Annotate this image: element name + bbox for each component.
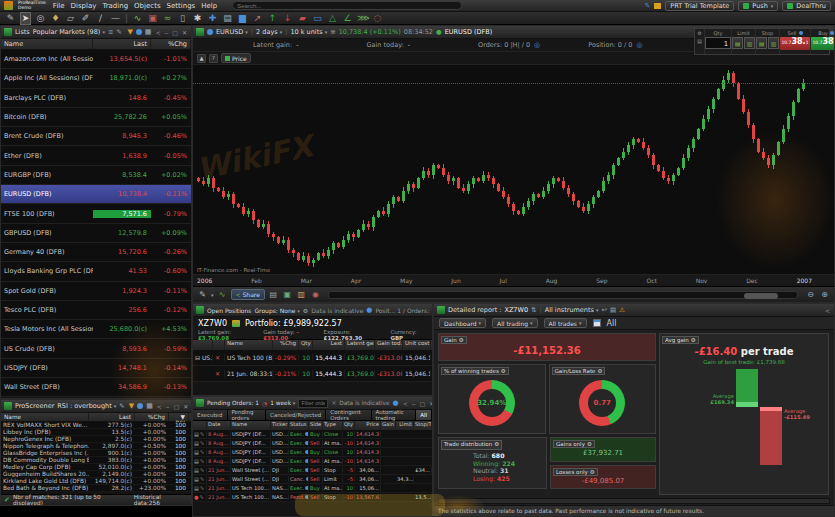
share-icon[interactable]: <	[156, 403, 163, 410]
watchlist-row[interactable]: EURGBP (DFB)8,538.4+0.02%	[1, 166, 191, 185]
close-position-icon[interactable]: ✕	[213, 354, 225, 361]
column-header-last[interactable]: Last	[89, 413, 135, 421]
units-selector[interactable]: 10 k units ▾	[290, 28, 327, 36]
tab-canceled-rejected[interactable]: Canceled/Rejected	[266, 410, 326, 420]
template-button[interactable]: PRT Trial Template	[665, 1, 734, 11]
column-header-chg[interactable]: %Chg	[135, 413, 169, 421]
trend-tool-icon[interactable]: ∿	[217, 289, 228, 300]
maximize-button[interactable]: ▢	[171, 29, 179, 36]
price-layer-chip[interactable]: Price	[221, 53, 251, 63]
tab-executed[interactable]: Executed	[193, 410, 228, 420]
draw-pencil-icon[interactable]: ✎	[5, 13, 16, 24]
share-button[interactable]: <Share	[231, 289, 265, 300]
limit-buy-button[interactable]: ▥	[744, 37, 755, 49]
pencil-icon[interactable]: ✎	[116, 28, 121, 36]
limit-sell-button[interactable]: ▤	[732, 37, 743, 49]
column-header[interactable]: Status	[289, 421, 309, 430]
share-icon[interactable]: <	[154, 29, 161, 36]
eraser-icon[interactable]: ▱	[65, 13, 76, 24]
stop-sell-button[interactable]: ▤	[756, 37, 767, 49]
column-header[interactable]: Name	[231, 421, 271, 430]
screener-row[interactable]: GlassBridge Enterprises Inc (...900.1(c)…	[1, 450, 191, 457]
watchlist-row[interactable]: Spot Gold (DFB)1,924.3-0.11%	[1, 282, 191, 301]
undo-icon[interactable]: ↩	[601, 306, 606, 314]
screener-row[interactable]: REX VolMAXX Short VIX We...277.5(c)+0.00…	[1, 422, 191, 429]
menu-file[interactable]: File	[51, 2, 67, 10]
watchlist-row[interactable]: Tesco PLC (DFB)256.6-0.12%	[1, 301, 191, 320]
tab-automatic-trading[interactable]: Automatic trading	[372, 410, 417, 420]
draw-tool-icon[interactable]: ✎	[197, 289, 208, 300]
cursor-icon[interactable]: ➤	[20, 12, 31, 25]
minimize-button[interactable]: ‒	[163, 29, 169, 36]
share-icon[interactable]: <	[402, 400, 409, 407]
pin-icon[interactable]: ✎	[644, 2, 650, 10]
column-header[interactable]: Qty	[299, 340, 313, 350]
watchlist-row[interactable]: USDJPY (DFB)14,748.1-0.14%	[1, 359, 191, 378]
print-chart-icon[interactable]: ▥	[296, 289, 307, 300]
indicator-icon[interactable]: ∿	[132, 13, 143, 24]
user-icon[interactable]	[136, 29, 142, 35]
column-header-rsi[interactable]: ▼ RSI	[169, 413, 189, 421]
clear-filter-icon[interactable]: ✕	[331, 400, 336, 406]
document-icon[interactable]: ▤	[610, 306, 616, 314]
order-row[interactable]: ▤✎21 Jun...US Tech 100...NAS...Exec.BuyA…	[193, 484, 432, 493]
orders-filter-input[interactable]	[298, 399, 328, 408]
column-header[interactable]: Ticker	[271, 421, 289, 430]
date-range-label[interactable]: All	[607, 319, 617, 328]
channel-icon[interactable]: ▰	[297, 13, 308, 24]
order-row[interactable]: ▤✎8 Aug...USDJPY (DF...USD...Exec.SellAt…	[193, 439, 432, 448]
position-row[interactable]: ⊟ US...✕US Tech 100 (B...-0.29%1015,444.…	[193, 350, 432, 366]
column-header-last[interactable]: Last	[93, 39, 151, 49]
filter-icon[interactable]: ▼	[126, 28, 133, 36]
move-icon[interactable]: ✚	[207, 13, 218, 24]
buy-button[interactable]: 10.738.7	[811, 37, 835, 50]
ticket-gear-icon[interactable]: ⚙	[697, 29, 701, 37]
screener-row[interactable]: Medley Cap Corp (DFB)52,010.0(c)+0.00%10…	[1, 464, 191, 471]
add-indicator-button[interactable]: ▲	[197, 54, 206, 63]
wrench-icon[interactable]: ⚙	[587, 441, 592, 447]
quantity-input[interactable]	[705, 37, 731, 49]
watchlist-row[interactable]: Barclays PLC (DFB)148.6-0.45%	[1, 89, 191, 108]
close-position-icon[interactable]: ✕	[213, 370, 225, 377]
maximize-button[interactable]: ▢	[419, 400, 427, 407]
tab-all[interactable]: All	[416, 410, 432, 420]
screener-row[interactable]: Guggenheim BuildShares 20...2,149.0(c)+0…	[1, 471, 191, 478]
position-zoom-icon[interactable]: ◎	[636, 41, 642, 49]
order-row[interactable]: ▤✎8 Aug...USDJPY (DF...USD...Exec.BuyClo…	[193, 448, 432, 457]
column-header[interactable]: Last	[313, 340, 345, 350]
sell-button[interactable]: 10.738.1	[780, 37, 810, 50]
table-settings-icon[interactable]: ▦	[145, 402, 154, 410]
order-row[interactable]: ▤✎8 Aug...USDJPY (DF...USD...Exec.SellAt…	[193, 457, 432, 466]
trades-filter-selector[interactable]: All trades▾	[544, 318, 587, 328]
screener-row[interactable]: Bed Bath & Beyond Inc (DFB)28.2(c)+23.00…	[1, 485, 191, 492]
dashboard-selector[interactable]: Dashboard▾	[439, 318, 486, 328]
menu-settings[interactable]: Settings	[165, 2, 198, 10]
wrench-icon[interactable]: ⚙	[303, 307, 308, 314]
screener-row[interactable]: DB Commodity Double Long E...383.0(c)+0.…	[1, 457, 191, 464]
zoom-out-icon[interactable]: ⊖	[805, 289, 816, 300]
watchlist-row[interactable]: Bitcoin (DFB)25,782.26+0.05%	[1, 108, 191, 127]
trendline-icon[interactable]: ∕	[95, 13, 106, 24]
zoom-in-icon[interactable]: ⊕	[819, 289, 830, 300]
search-input[interactable]	[232, 1, 462, 10]
ticket-pin-icon[interactable]: ▤	[697, 37, 702, 45]
order-row[interactable]: ▤✎21 Jun...Wall Street (...DJICanc.SellL…	[193, 475, 432, 484]
menu-help[interactable]: Help	[199, 2, 219, 10]
market-selector[interactable]: Popular Markets (98) ▾	[33, 28, 105, 36]
watchlist-row[interactable]: Wall Street (DFB)34,586.9-0.13%	[1, 378, 191, 397]
buy-arrow-icon[interactable]: ↑	[267, 13, 278, 24]
minimize-button[interactable]: ‒	[165, 403, 171, 410]
delete-icon[interactable]: ▯	[177, 13, 188, 24]
watchlist-row[interactable]: Brent Crude (DFB)8,945.3-0.46%	[1, 127, 191, 146]
tools-icon[interactable]: ✱	[192, 13, 203, 24]
watchlist-row[interactable]: FTSE 100 (DFB)7,571.6-0.79%	[1, 204, 191, 223]
refresh-icon[interactable]: ◌	[372, 13, 383, 24]
pencil-icon[interactable]: ✎	[119, 402, 124, 410]
fibonacci-icon[interactable]: ⋙	[357, 13, 368, 24]
order-row[interactable]: ●✎21 Jun...US Tech 100...NAS...Pend.Sell…	[193, 493, 432, 502]
stop-buy-button[interactable]: ▥	[768, 37, 779, 49]
screener-preset-selector[interactable]: RSI : overbought ▾	[57, 402, 116, 410]
wrench-icon[interactable]: ⚙	[494, 441, 499, 449]
dealthru-button[interactable]: DealThru	[782, 1, 831, 11]
alarm-icon[interactable]: ♦	[50, 13, 61, 24]
